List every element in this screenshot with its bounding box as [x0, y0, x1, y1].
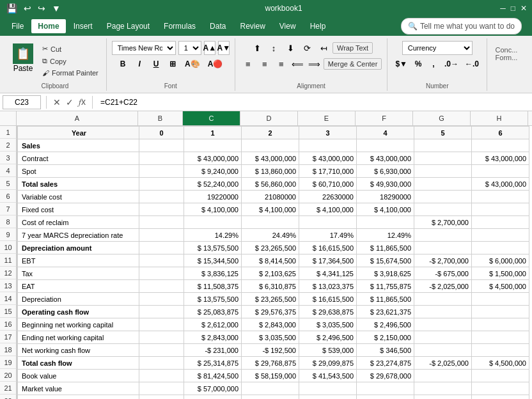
cell-r14-c4[interactable]: $ 16,615,500: [299, 293, 357, 306]
cell-r20-c2[interactable]: $ 81,424,500: [184, 370, 242, 382]
menu-insert[interactable]: Insert: [67, 19, 99, 33]
cell-r19-c3[interactable]: $ 29,768,875: [242, 357, 299, 370]
row-num-1[interactable]: 1: [0, 126, 17, 139]
cell-r6-c1[interactable]: [139, 191, 184, 203]
cell-r4-c1[interactable]: [139, 165, 184, 178]
cell-r18-c1[interactable]: [139, 344, 184, 357]
cell-r18-c6[interactable]: [414, 344, 472, 357]
wrap-text-button[interactable]: Wrap Text: [332, 42, 373, 54]
cell-r15-c5[interactable]: $ 23,621,375: [357, 306, 414, 318]
cell-r17-c5[interactable]: $ 2,150,000: [357, 331, 414, 344]
cell-r15-c3[interactable]: $ 29,576,375: [242, 306, 299, 318]
row-num-7[interactable]: 7: [0, 203, 17, 215]
cell-r12-c4[interactable]: $ 4,341,125: [299, 267, 357, 280]
cell-r14-c6[interactable]: [414, 293, 472, 306]
cell-r14-c5[interactable]: $ 11,865,500: [357, 293, 414, 306]
formula-input[interactable]: [98, 95, 529, 109]
table-row[interactable]: EAT$ 11,508,375$ 6,310,875$ 13,023,375$ …: [18, 280, 529, 293]
cell-r12-c3[interactable]: $ 2,103,625: [242, 267, 299, 280]
cell-r10-c2[interactable]: $ 13,575,500: [184, 242, 242, 254]
cell-r3-c4[interactable]: $ 43,000,000: [299, 152, 357, 165]
cell-r19-c2[interactable]: $ 25,314,875: [184, 357, 242, 370]
cell-r3-c6[interactable]: [414, 152, 472, 165]
cell-r6-c4[interactable]: 22630000: [299, 191, 357, 203]
table-row[interactable]: Taxes$ 6,106,125: [18, 395, 529, 400]
cell-r17-c3[interactable]: $ 3,035,500: [242, 331, 299, 344]
cell-r21-c2[interactable]: $ 57,000,000: [184, 382, 242, 395]
cell-r5-c7[interactable]: $ 43,000,000: [472, 178, 529, 191]
cell-r9-c6[interactable]: [414, 229, 472, 242]
cell-r14-c1[interactable]: [139, 293, 184, 306]
row-num-14[interactable]: 14: [0, 292, 17, 305]
cell-r18-c2[interactable]: -$ 231,000: [184, 344, 242, 357]
table-row[interactable]: Cost of reclaim$ 2,700,000: [18, 216, 529, 229]
increase-indent-btn[interactable]: ⟹: [307, 57, 322, 71]
table-row[interactable]: Spot$ 9,240,000$ 13,860,000$ 17,710,000$…: [18, 165, 529, 178]
cell-r22-c6[interactable]: [414, 395, 472, 400]
row-num-5[interactable]: 5: [0, 177, 17, 190]
minimize-btn[interactable]: ─: [500, 4, 506, 13]
cell-r12-c5[interactable]: $ 3,918,625: [357, 267, 414, 280]
cell-r11-c1[interactable]: [139, 254, 184, 267]
col-header-e[interactable]: E: [298, 111, 356, 125]
merge-center-button[interactable]: Merge & Center: [324, 58, 382, 70]
row-num-11[interactable]: 11: [0, 254, 17, 267]
cell-r13-c1[interactable]: [139, 280, 184, 293]
cell-r22-c3[interactable]: [242, 395, 299, 400]
fill-color-button[interactable]: A🎨: [182, 57, 203, 71]
cell-r13-c5[interactable]: $ 11,755,875: [357, 280, 414, 293]
cell-r18-c0[interactable]: Net working cash flow: [18, 344, 139, 357]
row-num-18[interactable]: 18: [0, 343, 17, 356]
cell-r15-c7[interactable]: [472, 306, 529, 318]
cell-r19-c4[interactable]: $ 29,099,875: [299, 357, 357, 370]
bold-button[interactable]: B: [116, 57, 130, 71]
cell-r19-c1[interactable]: [139, 357, 184, 370]
cell-r5-c3[interactable]: $ 56,860,000: [242, 178, 299, 191]
cell-r3-c1[interactable]: [139, 152, 184, 165]
cell-r1-c3[interactable]: 2: [242, 127, 299, 139]
cell-r10-c4[interactable]: $ 16,615,500: [299, 242, 357, 254]
row-num-16[interactable]: 16: [0, 318, 17, 331]
paste-button[interactable]: 📋 Paste: [9, 41, 37, 75]
row-num-9[interactable]: 9: [0, 228, 17, 241]
cell-r14-c7[interactable]: [472, 293, 529, 306]
confirm-formula-icon[interactable]: ✓: [65, 96, 75, 109]
cell-r13-c3[interactable]: $ 6,310,875: [242, 280, 299, 293]
cell-r1-c4[interactable]: 3: [299, 127, 357, 139]
cell-r2-c7[interactable]: [472, 139, 529, 152]
col-header-g[interactable]: G: [413, 111, 471, 125]
cell-r22-c4[interactable]: [299, 395, 357, 400]
maximize-btn[interactable]: □: [511, 4, 515, 13]
cell-r4-c0[interactable]: Spot: [18, 165, 139, 178]
cell-r17-c0[interactable]: Ending net working capital: [18, 331, 139, 344]
close-btn[interactable]: ✕: [520, 4, 527, 13]
align-bottom-btn[interactable]: ⬇: [283, 41, 298, 55]
table-row[interactable]: Total cash flow$ 25,314,875$ 29,768,875$…: [18, 357, 529, 370]
cell-r6-c7[interactable]: [472, 191, 529, 203]
tell-me-box[interactable]: 🔍 Tell me what you want to do: [401, 18, 522, 35]
row-num-13[interactable]: 13: [0, 279, 17, 292]
table-row[interactable]: Year0123456: [18, 127, 529, 139]
indent-btn[interactable]: ↤: [316, 41, 331, 55]
cut-button[interactable]: ✂ Cut: [40, 43, 101, 54]
cell-r7-c6[interactable]: [414, 203, 472, 216]
cell-r5-c2[interactable]: $ 52,240,000: [184, 178, 242, 191]
cell-r2-c6[interactable]: [414, 139, 472, 152]
cell-r13-c4[interactable]: $ 13,023,375: [299, 280, 357, 293]
cell-r4-c3[interactable]: $ 13,860,000: [242, 165, 299, 178]
cell-r21-c4[interactable]: [299, 382, 357, 395]
percent-btn[interactable]: %: [411, 57, 425, 71]
cell-r21-c6[interactable]: [414, 382, 472, 395]
format-painter-button[interactable]: 🖌 Format Painter: [40, 68, 101, 78]
font-name-select[interactable]: Times New Ro: [112, 41, 176, 55]
insert-function-icon[interactable]: 𝑓x: [77, 95, 87, 109]
cell-r18-c3[interactable]: -$ 192,500: [242, 344, 299, 357]
cell-r8-c7[interactable]: [472, 216, 529, 229]
border-button[interactable]: ⊞: [166, 57, 180, 71]
table-row[interactable]: Variable cost192200002108000022630000182…: [18, 191, 529, 203]
cell-r21-c0[interactable]: Market value: [18, 382, 139, 395]
row-num-19[interactable]: 19: [0, 356, 17, 369]
cell-r16-c4[interactable]: $ 3,035,500: [299, 318, 357, 331]
cell-r15-c2[interactable]: $ 25,083,875: [184, 306, 242, 318]
cell-r12-c0[interactable]: Tax: [18, 267, 139, 280]
